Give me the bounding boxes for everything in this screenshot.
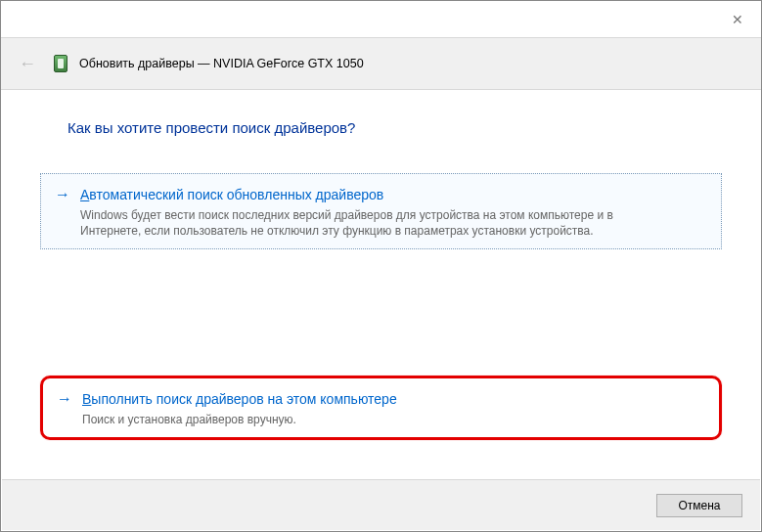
- option-auto-body: Автоматический поиск обновленных драйвер…: [80, 184, 707, 239]
- arrow-right-icon: →: [57, 388, 72, 410]
- question-heading: Как вы хотите провести поиск драйверов?: [67, 119, 722, 136]
- option-manual-title: Выполнить поиск драйверов на этом компью…: [82, 388, 705, 410]
- option-manual-search[interactable]: → Выполнить поиск драйверов на этом комп…: [40, 376, 722, 440]
- cancel-button[interactable]: Отмена: [656, 494, 742, 517]
- content-area: Как вы хотите провести поиск драйверов? …: [1, 90, 761, 440]
- device-icon: [54, 55, 67, 72]
- option-auto-title: Автоматический поиск обновленных драйвер…: [80, 184, 707, 205]
- arrow-right-icon: →: [55, 184, 70, 205]
- close-button[interactable]: ✕: [714, 1, 761, 37]
- spacer: [40, 263, 722, 376]
- option-auto-desc: Windows будет вести поиск последних верс…: [80, 207, 628, 239]
- close-icon: ✕: [732, 12, 743, 27]
- option-auto-search[interactable]: → Автоматический поиск обновленных драйв…: [40, 173, 722, 249]
- back-arrow-icon: ←: [13, 50, 42, 78]
- wizard-header: ← Обновить драйверы — NVIDIA GeForce GTX…: [1, 37, 761, 90]
- titlebar: ✕: [1, 1, 761, 37]
- footer-bar: Отмена: [2, 479, 760, 530]
- option-manual-desc: Поиск и установка драйверов вручную.: [82, 412, 630, 427]
- option-manual-body: Выполнить поиск драйверов на этом компью…: [82, 388, 705, 427]
- header-title: Обновить драйверы — NVIDIA GeForce GTX 1…: [79, 57, 364, 70]
